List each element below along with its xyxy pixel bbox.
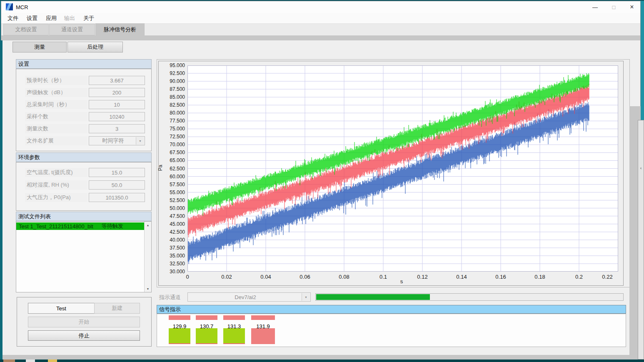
tab-channel-settings[interactable]: 通道设置 [49,24,95,35]
x-tick-label: 0.08 [331,274,357,280]
pressure-field[interactable]: 101350.0 [89,193,145,202]
indicator-channel-label: 指示通道 [157,293,181,302]
y-tick-label: 50.000 [158,205,185,211]
y-tick-label: 37.500 [158,245,185,251]
trigger-level-field[interactable]: 200 [89,88,145,97]
y-tick-label: 90.000 [158,78,185,84]
scroll-down-icon[interactable]: ▼ [145,285,151,292]
y-tick-label: 55.000 [158,190,185,195]
y-tick-label: 42.500 [158,229,185,235]
menu-item-application[interactable]: 应用 [42,13,60,24]
file-list-box [16,221,152,292]
x-tick-label: 0.04 [252,274,279,280]
file-name: Test 1_Test_211215114800_blt [19,223,93,230]
humidity-field[interactable]: 50.0 [89,180,145,190]
background-window-edge[interactable]: ‹ [638,120,644,360]
y-tick-label: 40.000 [158,237,185,243]
indicator-channel-value: Dev7/ai2 [235,294,256,300]
environment-panel-header: 环境参数 [16,152,152,162]
prerecord-field[interactable]: 3.667 [89,76,145,85]
filename-ext-value: 时间字符 [102,137,124,145]
measure-button[interactable]: 测量 [12,42,67,52]
indicator-top-bar [196,315,217,320]
y-tick-label: 62.500 [158,166,185,172]
side-panel-arrow-icon: ‹ [638,165,644,170]
taskbar-icon[interactable] [3,360,15,362]
file-status: 等待触发 [102,222,123,230]
y-tick-label: 80.000 [158,110,185,116]
air-temp-field[interactable]: 15.0 [89,168,145,177]
taskbar-icon[interactable] [26,360,35,362]
indicator-channel-dropdown[interactable]: Dev7/ai2 ▼ [187,292,311,302]
field-label-measure-times: 测量次数 [25,124,87,133]
new-button[interactable]: 新建 [94,303,140,314]
maximize-button[interactable]: □ [604,1,623,13]
y-tick-label: 32.500 [158,261,185,267]
menu-item-file[interactable]: 文件 [4,13,22,24]
y-tick-label: 60.000 [158,174,185,180]
y-tick-label: 67.500 [158,150,185,155]
scroll-up-icon[interactable]: ▲ [145,222,151,228]
chart-canvas [187,65,618,272]
x-tick-label: 0.16 [487,274,514,280]
y-tick-label: 45.000 [158,221,185,227]
indicator-top-bar [169,315,190,320]
x-tick-label: 0.1 [370,274,397,280]
file-list-scrollbar[interactable]: ▲ ▼ [144,222,151,292]
indicator-box [223,328,245,344]
x-tick-label: 0 [174,274,201,280]
settings-panel-header: 设置 [16,59,152,69]
window-bottom-band [1,355,640,360]
field-label-total-time: 总采集时间（秒） [25,100,87,109]
taskbar [0,360,644,362]
y-tick-label: 70.000 [158,142,185,147]
start-button[interactable]: 开始 [28,317,140,327]
x-tick-label: 0.02 [213,274,240,280]
minimize-button[interactable]: — [586,1,604,13]
stop-button[interactable]: 停止 [28,330,140,341]
y-tick-label: 95.000 [158,62,185,68]
close-button[interactable]: × [623,1,641,13]
menu-item-about[interactable]: 关于 [80,13,97,24]
total-time-field[interactable]: 10 [89,100,145,109]
y-tick-label: 77.500 [158,118,185,124]
y-tick-label: 85.000 [158,94,185,100]
x-tick-label: 0.2 [566,274,592,280]
filename-ext-dropdown[interactable]: 时间字符 ▼ [89,136,145,145]
y-tick-label: 57.500 [158,182,185,187]
measure-times-field[interactable]: 3 [89,124,145,133]
app-icon [6,3,13,10]
menu-item-output[interactable]: 输出 [61,13,78,24]
y-tick-label: 65.000 [158,157,185,163]
tab-pulse-analysis[interactable]: 脉冲信号分析 [95,23,145,35]
title-bar [1,1,640,13]
taskbar-icon[interactable] [48,360,57,362]
desktop-left-strip [0,40,2,360]
indicator-box [169,328,190,344]
x-tick-label: 0.22 [594,274,621,280]
progress-fill [316,294,430,300]
indicator-top-bar [223,315,245,320]
signal-panel-header: 信号指示 [157,305,626,314]
x-tick-label: 0.06 [292,274,318,280]
indicator-box [251,328,275,344]
x-tick-label: 0.18 [527,274,553,280]
field-label-pressure: 大气压力，P0(Pa) [25,193,87,202]
tab-document-settings[interactable]: 文档设置 [3,24,49,35]
y-tick-label: 87.500 [158,86,185,92]
test-name-field[interactable]: Test [28,303,95,314]
postprocess-button[interactable]: 后处理 [67,42,123,52]
x-tick-label: 0.12 [409,274,436,280]
field-label-trigger-level: 声级触发（dB） [25,88,87,97]
indicator-top-bar [251,315,275,320]
menu-item-settings[interactable]: 设置 [23,13,41,24]
y-tick-label: 52.500 [158,197,185,203]
x-tick-label: 0.14 [448,274,475,280]
y-tick-label: 72.500 [158,134,185,140]
file-list-row[interactable]: Test 1_Test_211215114800_blt 等待触发 [16,222,144,230]
field-label-filename-ext: 文件名扩展 [25,136,87,145]
indicator-box [196,328,217,344]
progress-bar [315,293,624,301]
chevron-down-icon: ▼ [302,293,310,301]
sample-count-field[interactable]: 10240 [89,112,145,121]
